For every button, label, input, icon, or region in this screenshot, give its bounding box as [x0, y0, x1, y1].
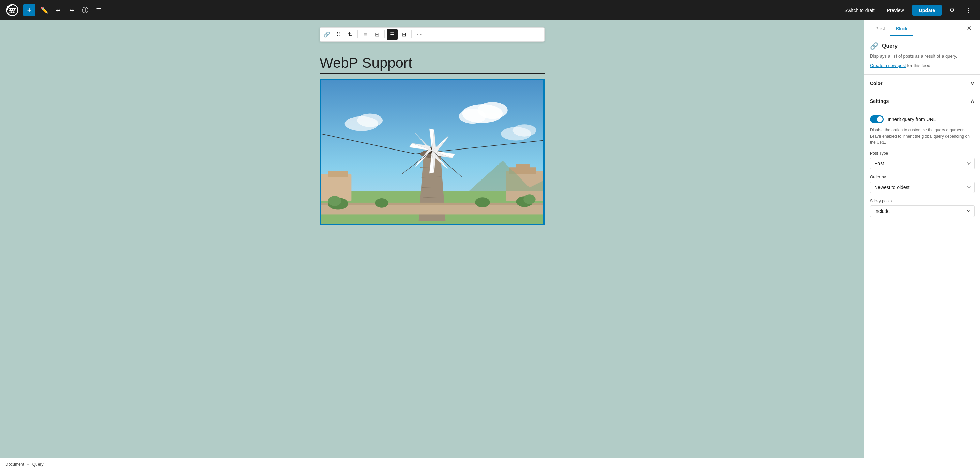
color-section-title: Color [870, 81, 883, 86]
undo-button[interactable]: ↩ [52, 4, 64, 16]
redo-button[interactable]: ↪ [65, 4, 78, 16]
editor-area: 🔗 ⠿ ⇅ ≡ ⊟ ☰ ⊞ ⋯ WebP Support [0, 21, 864, 470]
create-new-post-link[interactable]: Create a new post [870, 63, 906, 68]
tab-post[interactable]: Post [870, 21, 890, 37]
move-up-down-button[interactable]: ⇅ [345, 29, 355, 40]
panel-close-button[interactable]: ✕ [964, 22, 975, 35]
tab-block[interactable]: Block [890, 21, 913, 37]
main-layout: 🔗 ⠿ ⇅ ≡ ⊟ ☰ ⊞ ⋯ WebP Support [0, 21, 980, 470]
info-button[interactable]: ⓘ [79, 4, 91, 16]
grid-layout-button[interactable]: ⊞ [398, 29, 409, 40]
inherit-toggle-desc: Disable the option to customize the quer… [870, 127, 975, 145]
settings-button[interactable]: ⚙ [946, 4, 958, 16]
breadcrumb-arrow: → [26, 462, 30, 467]
list-layout-button[interactable]: ☰ [387, 29, 398, 40]
settings-section-header[interactable]: Settings ∧ [864, 92, 980, 110]
svg-point-49 [328, 196, 341, 206]
link-toolbar-button[interactable]: 🔗 [321, 29, 332, 40]
top-actions-right: Switch to draft Preview Update ⚙ ⋮ [840, 4, 975, 16]
wp-logo: W [5, 3, 19, 17]
query-icon: 🔗 [870, 42, 878, 50]
svg-rect-17 [516, 164, 530, 169]
breadcrumb-query: Query [32, 462, 44, 467]
sticky-posts-label: Sticky posts [870, 198, 975, 203]
query-header: 🔗 Query [870, 42, 975, 50]
svg-point-7 [357, 114, 383, 127]
toolbar-divider-3 [411, 30, 412, 38]
breadcrumb-document: Document [5, 462, 24, 467]
block-toolbar: 🔗 ⠿ ⇅ ≡ ⊟ ☰ ⊞ ⋯ [320, 27, 544, 41]
list-view-button[interactable]: ☰ [93, 4, 105, 16]
top-bar: W + ✏️ ↩ ↪ ⓘ ☰ Switch to draft Preview U… [0, 0, 980, 21]
svg-point-9 [513, 125, 536, 137]
order-by-select[interactable]: Newest to oldest Oldest to newest Title … [870, 181, 975, 193]
settings-content: Inherit query from URL Disable the optio… [864, 110, 980, 228]
svg-point-53 [475, 197, 490, 208]
update-button[interactable]: Update [912, 5, 942, 16]
color-chevron-icon: ∨ [970, 80, 975, 86]
svg-point-52 [375, 198, 388, 208]
settings-section-title: Settings [870, 98, 889, 104]
right-panel: Post Block ✕ 🔗 Query Displays a list of … [864, 21, 980, 470]
svg-text:W: W [10, 8, 15, 14]
more-toolbar-button[interactable]: ⋯ [414, 29, 425, 40]
switch-to-draft-button[interactable]: Switch to draft [840, 5, 879, 15]
inherit-toggle-label: Inherit query from URL [888, 116, 936, 122]
svg-rect-14 [328, 171, 348, 178]
color-section-header[interactable]: Color ∨ [864, 75, 980, 92]
breadcrumb: Document → Query [0, 458, 864, 470]
query-title: Query [882, 43, 897, 49]
post-type-label: Post Type [870, 151, 975, 156]
post-title: WebP Support [320, 54, 544, 73]
query-section: 🔗 Query Displays a list of posts as a re… [864, 37, 980, 75]
preview-button[interactable]: Preview [883, 5, 908, 15]
post-type-select[interactable]: Post Page [870, 158, 975, 169]
inherit-toggle-row: Inherit query from URL [870, 116, 975, 123]
svg-rect-47 [321, 203, 543, 205]
top-actions-left: + ✏️ ↩ ↪ ⓘ ☰ [23, 4, 105, 16]
add-block-button[interactable]: + [23, 4, 35, 16]
content-block: WebP Support [320, 54, 544, 225]
inherit-query-toggle[interactable] [870, 116, 884, 123]
sticky-posts-select[interactable]: Include Exclude Only [870, 205, 975, 217]
drag-handle-button[interactable]: ⠿ [333, 29, 344, 40]
more-options-button[interactable]: ⋮ [962, 4, 975, 16]
edit-tool-button[interactable]: ✏️ [38, 4, 51, 16]
post-image [320, 79, 544, 225]
svg-point-5 [459, 109, 486, 124]
settings-chevron-icon: ∧ [970, 98, 975, 104]
toolbar-divider-2 [384, 30, 385, 38]
align-button[interactable]: ≡ [360, 29, 371, 40]
create-link-suffix: for this feed. [906, 63, 932, 68]
order-by-label: Order by [870, 175, 975, 179]
panel-tabs: Post Block ✕ [864, 21, 980, 37]
svg-point-51 [523, 195, 535, 204]
settings-sliders-button[interactable]: ⊟ [371, 29, 382, 40]
query-description: Displays a list of posts as a result of … [870, 53, 975, 60]
svg-rect-46 [321, 204, 543, 214]
